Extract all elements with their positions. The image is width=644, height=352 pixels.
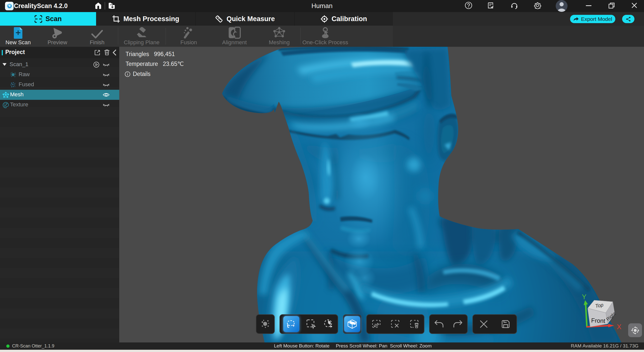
svg-text:X: X xyxy=(617,323,621,331)
svg-text:Front: Front xyxy=(591,317,606,324)
svg-text:Y: Y xyxy=(582,293,586,301)
